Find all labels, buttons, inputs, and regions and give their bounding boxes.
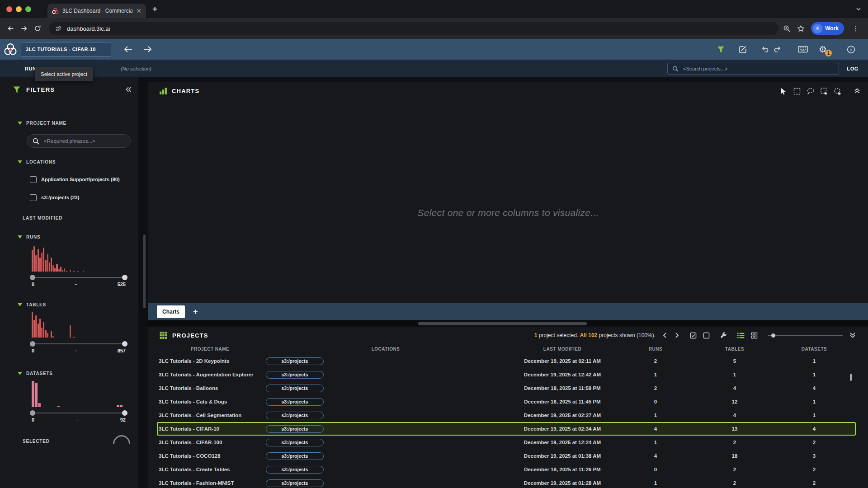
reload-icon[interactable] — [31, 22, 44, 35]
project-row[interactable]: 3LC Tutorials - Cats & Dogss3:/projectsD… — [157, 395, 856, 408]
histogram-bar — [41, 253, 42, 272]
charts-tab[interactable]: Charts — [157, 305, 185, 318]
column-header[interactable]: PROJECT NAME — [157, 347, 263, 352]
history-back-icon[interactable] — [123, 45, 133, 53]
column-header[interactable]: LOCATIONS — [263, 347, 508, 352]
pointer-tool-icon[interactable] — [779, 87, 788, 95]
new-tab-button[interactable]: + — [152, 4, 157, 14]
forward-icon[interactable] — [17, 22, 31, 35]
location-badge[interactable]: s3:/projects — [266, 385, 324, 392]
scrollbar-thumb[interactable] — [418, 322, 587, 325]
location-badge[interactable]: s3:/projects — [266, 357, 324, 365]
tab-close-icon[interactable]: ✕ — [136, 8, 142, 14]
sidebar-scrollbar[interactable] — [143, 235, 146, 308]
location-badge[interactable]: s3:/projects — [266, 412, 324, 419]
grid-view-icon[interactable] — [751, 332, 758, 339]
project-row[interactable]: 3LC Tutorials - Cell Segmentations3:/pro… — [157, 408, 856, 422]
zoom-icon[interactable] — [783, 25, 791, 33]
slider-max-handle[interactable] — [122, 410, 127, 416]
table-scrollbar-thumb[interactable] — [850, 374, 852, 381]
slider-max-handle[interactable] — [122, 341, 127, 347]
location-badge[interactable]: s3:/projects — [266, 439, 324, 446]
browser-menu-icon[interactable]: ⋮ — [850, 24, 861, 33]
slider-min-handle[interactable] — [30, 410, 35, 416]
ellipse-pointer-select-tool-icon[interactable] — [834, 87, 842, 95]
project-row[interactable]: 3LC Tutorials - Fashion-MNISTs3:/project… — [157, 476, 856, 488]
column-header[interactable]: RUNS — [617, 347, 694, 352]
tab-search-chevron-icon[interactable] — [855, 6, 862, 12]
rect-select-tool-icon[interactable] — [793, 87, 801, 95]
location-badge[interactable]: s3:/projects — [266, 452, 324, 460]
select-all-checkbox-icon[interactable] — [690, 332, 697, 339]
row-size-slider[interactable] — [768, 333, 843, 338]
slider-max-handle[interactable] — [122, 275, 127, 280]
location-badge[interactable]: s3:/projects — [266, 371, 324, 379]
bookmark-star-icon[interactable] — [797, 25, 805, 33]
filter-action-icon[interactable] — [717, 46, 725, 53]
slider-min-handle[interactable] — [30, 341, 35, 347]
page-next-icon[interactable] — [674, 332, 680, 338]
tables-range-slider[interactable] — [32, 341, 126, 347]
active-project-selector[interactable]: 3LC TUTORIALS - CIFAR-10 — [21, 42, 111, 56]
runs-range-slider[interactable] — [32, 275, 126, 280]
collapse-projects-icon[interactable] — [849, 332, 856, 339]
location-checkbox[interactable] — [30, 194, 37, 201]
projects-search-input[interactable] — [682, 66, 834, 72]
tools-wrench-icon[interactable] — [720, 332, 727, 339]
list-view-icon[interactable] — [737, 332, 745, 339]
browser-profile-chip[interactable]: F Work — [811, 22, 844, 35]
location-badge[interactable]: s3:/projects — [266, 479, 324, 487]
project-row[interactable]: 3LC Tutorials - Create Tabless3:/project… — [157, 463, 856, 476]
project-name-filter[interactable] — [27, 134, 131, 148]
undo-icon[interactable] — [761, 46, 769, 53]
projects-search[interactable] — [667, 63, 839, 75]
collapse-sidebar-icon[interactable] — [125, 86, 132, 93]
project-name-filter-input[interactable] — [43, 138, 125, 144]
log-button[interactable]: LOG — [847, 66, 859, 71]
runs-histogram — [32, 246, 126, 272]
location-option[interactable]: Application Support/projects (80) — [0, 174, 138, 184]
settings-gear-icon[interactable]: ⚙ 1 — [819, 45, 827, 54]
browser-tab[interactable]: 3LC Dashboard - Commercial ✕ — [47, 4, 146, 18]
datasets-section-label[interactable]: DATASETS — [18, 371, 53, 376]
slider-min-handle[interactable] — [30, 275, 35, 280]
edit-icon[interactable] — [739, 45, 747, 54]
slider-handle[interactable] — [771, 333, 775, 338]
lasso-select-tool-icon[interactable] — [807, 87, 815, 95]
deselect-all-checkbox-icon[interactable] — [703, 332, 710, 339]
location-badge[interactable]: s3:/projects — [266, 466, 324, 474]
project-name-section-label[interactable]: PROJECT NAME — [18, 121, 66, 126]
minimize-window-button[interactable] — [16, 6, 22, 12]
site-settings-icon[interactable] — [55, 25, 62, 32]
add-chart-tab-button[interactable]: + — [193, 308, 198, 316]
column-header[interactable]: DATASETS — [775, 347, 854, 352]
project-row[interactable]: 3LC Tutorials - CIFAR-100s3:/projectsDec… — [157, 436, 856, 449]
project-row[interactable]: 3LC Tutorials - CIFAR-10s3:/projectsDece… — [157, 422, 856, 436]
runs-section-label[interactable]: RUNS — [18, 235, 41, 239]
close-window-button[interactable] — [6, 6, 12, 12]
page-prev-icon[interactable] — [662, 332, 668, 338]
locations-section-label[interactable]: LOCATIONS — [18, 160, 56, 164]
project-row[interactable]: 3LC Tutorials - Augmentation Explorers3:… — [157, 368, 856, 381]
project-row[interactable]: 3LC Tutorials - COCO128s3:/projectsDecem… — [157, 449, 856, 463]
location-option[interactable]: s3:/projects (23) — [0, 192, 138, 202]
collapse-charts-icon[interactable] — [854, 87, 861, 94]
redo-icon[interactable] — [773, 46, 782, 53]
info-icon[interactable] — [847, 45, 855, 54]
project-row[interactable]: 3LC Tutorials - 2D Keypointss3:/projects… — [157, 354, 856, 368]
zoom-window-button[interactable] — [25, 6, 31, 12]
datasets-range-slider[interactable] — [32, 410, 126, 416]
history-forward-icon[interactable] — [143, 45, 153, 53]
location-badge[interactable]: s3:/projects — [266, 425, 324, 433]
rect-pointer-select-tool-icon[interactable] — [820, 87, 828, 95]
project-row[interactable]: 3LC Tutorials - Balloonss3:/projectsDece… — [157, 381, 856, 395]
horizontal-scrollbar[interactable] — [148, 321, 868, 326]
tables-section-label[interactable]: TABLES — [18, 302, 46, 307]
column-header[interactable]: LAST MODIFIED — [508, 347, 617, 352]
location-checkbox[interactable] — [30, 176, 37, 183]
url-bar[interactable]: dashboard.3lc.ai — [49, 22, 778, 35]
keyboard-shortcuts-icon[interactable] — [798, 46, 808, 53]
location-badge[interactable]: s3:/projects — [266, 398, 324, 406]
column-header[interactable]: TABLES — [694, 347, 775, 352]
back-icon[interactable] — [4, 22, 17, 35]
